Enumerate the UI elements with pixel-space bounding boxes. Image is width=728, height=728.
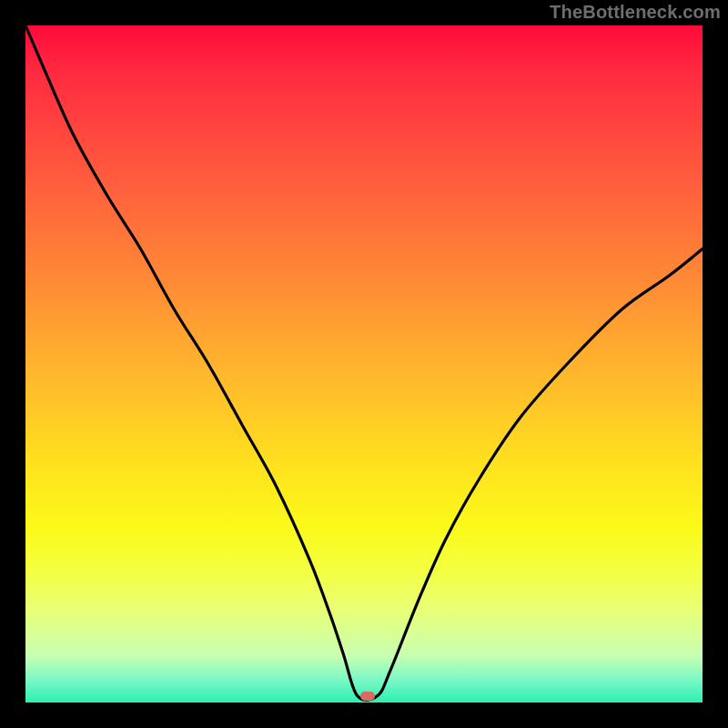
plot-area <box>25 25 703 703</box>
chart-frame: TheBottleneck.com <box>0 0 728 728</box>
bottleneck-curve <box>25 25 703 703</box>
optimum-marker <box>360 692 375 701</box>
curve-path <box>25 25 703 700</box>
watermark-text: TheBottleneck.com <box>550 2 721 23</box>
